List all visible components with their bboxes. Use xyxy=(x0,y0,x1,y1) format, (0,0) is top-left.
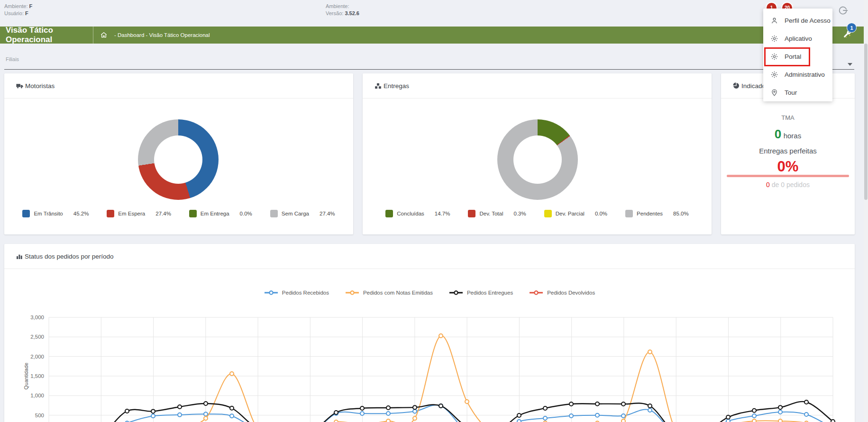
entregas-donut-chart xyxy=(497,119,578,200)
data-point xyxy=(204,412,208,416)
line-legend-marker xyxy=(529,290,543,296)
svg-text:500: 500 xyxy=(35,413,44,418)
ambiente-value: F xyxy=(29,3,33,9)
data-point xyxy=(334,420,338,422)
ambiente-label: Ambiente: xyxy=(4,3,28,9)
data-point xyxy=(595,402,599,406)
line-legend-item-pedidos-devolvidos[interactable]: Pedidos Devolvidos xyxy=(529,290,595,296)
pedidos-count-number: 0 xyxy=(766,181,770,189)
line-legend-item-pedidos-entregues[interactable]: Pedidos Entregues xyxy=(449,290,513,296)
data-point xyxy=(360,412,364,415)
legend-swatch xyxy=(270,210,278,217)
motoristas-legend: Em Trânsito45.2%Em Espera27.4%Em Entrega… xyxy=(4,210,353,217)
donut-hole xyxy=(513,135,562,184)
breadcrumb: - Dashboard - Visão Tático Operacional xyxy=(114,32,210,38)
legend-item-pendentes[interactable]: Pendentes85.0% xyxy=(625,210,689,217)
legend-label: Sem Carga xyxy=(282,211,309,216)
data-point xyxy=(569,414,573,418)
usuario-label: Usuário: xyxy=(4,10,24,16)
legend-swatch xyxy=(22,210,30,217)
tma-unit: horas xyxy=(784,132,802,140)
entregas-card-header: Entregas xyxy=(363,73,712,99)
data-point xyxy=(517,413,521,417)
line-legend-label: Pedidos Entregues xyxy=(467,290,513,296)
line-legend-marker xyxy=(449,290,463,296)
status-pedidos-header: Status dos pedidos por período xyxy=(4,244,855,269)
menu-item-administrativo[interactable]: Administrativo xyxy=(763,65,832,83)
data-point xyxy=(230,372,234,376)
legend-item-em-entrega[interactable]: Em Entrega0.0% xyxy=(189,210,252,217)
data-point xyxy=(230,414,234,418)
gear-icon xyxy=(770,34,778,43)
donut-hole xyxy=(154,135,202,184)
data-point xyxy=(125,409,129,413)
card-title: Motoristas xyxy=(25,82,55,90)
data-point xyxy=(648,350,652,354)
boxes-icon xyxy=(374,82,382,90)
versao-label: Versão: xyxy=(326,10,343,16)
menu-item-label: Administrativo xyxy=(785,71,825,78)
line-legend-item-pedidos-recebidos[interactable]: Pedidos Recebidos xyxy=(264,290,329,296)
data-point xyxy=(778,410,782,414)
data-point xyxy=(648,408,652,412)
legend-label: Dev. Total xyxy=(479,211,503,216)
legend-percent: 0.0% xyxy=(595,211,607,216)
legend-label: Concluídas xyxy=(397,211,424,216)
legend-item-dev-total[interactable]: Dev. Total0.3% xyxy=(468,210,526,217)
legend-item-dev-parcial[interactable]: Dev. Parcial0.0% xyxy=(544,210,607,217)
app-header: Visão Tático Operacional - Dashboard - V… xyxy=(0,27,868,44)
legend-percent: 27.4% xyxy=(320,211,335,216)
data-point xyxy=(230,406,234,410)
legend-item-em-espera[interactable]: Em Espera27.4% xyxy=(107,210,171,217)
menu-item-perfil-de-acesso[interactable]: Perfil de Acesso xyxy=(763,11,832,29)
scrollbar-thumb[interactable] xyxy=(864,44,868,200)
data-point xyxy=(804,400,808,404)
legend-swatch xyxy=(385,210,393,217)
legend-label: Pendentes xyxy=(637,211,663,216)
status-pedidos-card: Status dos pedidos por período Pedidos R… xyxy=(4,244,855,422)
bar-chart-icon xyxy=(16,252,23,260)
data-point xyxy=(726,419,730,422)
entregas-perfeitas-value: 0% xyxy=(721,158,855,175)
gear-icon xyxy=(770,52,778,61)
line-legend-item-pedidos-com-notas-emitidas[interactable]: Pedidos com Notas Emitidas xyxy=(345,290,433,296)
header-divider xyxy=(93,27,93,44)
legend-swatch xyxy=(625,210,633,217)
card-title: Status dos pedidos por período xyxy=(25,253,114,260)
legend-item-concluídas[interactable]: Concluídas14.7% xyxy=(385,210,450,217)
legend-swatch xyxy=(544,210,552,217)
data-point xyxy=(543,406,547,410)
menu-item-tour[interactable]: Tour xyxy=(763,83,832,101)
data-point xyxy=(465,400,469,404)
data-point xyxy=(386,419,390,422)
menu-item-label: Portal xyxy=(785,53,801,60)
legend-label: Em Espera xyxy=(118,211,145,216)
legend-item-em-trânsito[interactable]: Em Trânsito45.2% xyxy=(22,210,89,217)
legend-percent: 27.4% xyxy=(155,211,171,216)
svg-text:1,000: 1,000 xyxy=(30,393,44,398)
gear-icon xyxy=(770,70,778,79)
legend-label: Em Entrega xyxy=(201,211,229,216)
logout-icon[interactable] xyxy=(837,5,849,16)
filiais-select[interactable] xyxy=(4,47,854,70)
data-point xyxy=(178,413,182,417)
svg-text:3,000: 3,000 xyxy=(30,314,44,320)
center-ambiente-label: Ambiente: xyxy=(326,3,349,9)
legend-item-sem-carga[interactable]: Sem Carga27.4% xyxy=(270,210,335,217)
data-point xyxy=(569,402,573,406)
legend-swatch xyxy=(107,210,114,217)
menu-item-label: Aplicativo xyxy=(785,35,812,42)
person-icon xyxy=(770,16,778,25)
entregas-perfeitas-label: Entregas perfeitas xyxy=(721,147,855,155)
data-point xyxy=(334,411,338,414)
menu-item-aplicativo[interactable]: Aplicativo xyxy=(763,29,832,47)
chevron-down-icon[interactable] xyxy=(848,63,852,66)
svg-text:2,500: 2,500 xyxy=(30,334,44,340)
home-icon[interactable] xyxy=(100,31,108,39)
data-point xyxy=(386,412,390,415)
menu-item-portal[interactable]: Portal xyxy=(763,47,832,65)
data-point xyxy=(413,405,417,409)
dashboard-screen: Ambiente: F Usuário: F Ambiente: Versão:… xyxy=(0,0,868,422)
pedidos-count-text: de 0 pedidos xyxy=(770,181,810,189)
data-point xyxy=(778,419,782,422)
